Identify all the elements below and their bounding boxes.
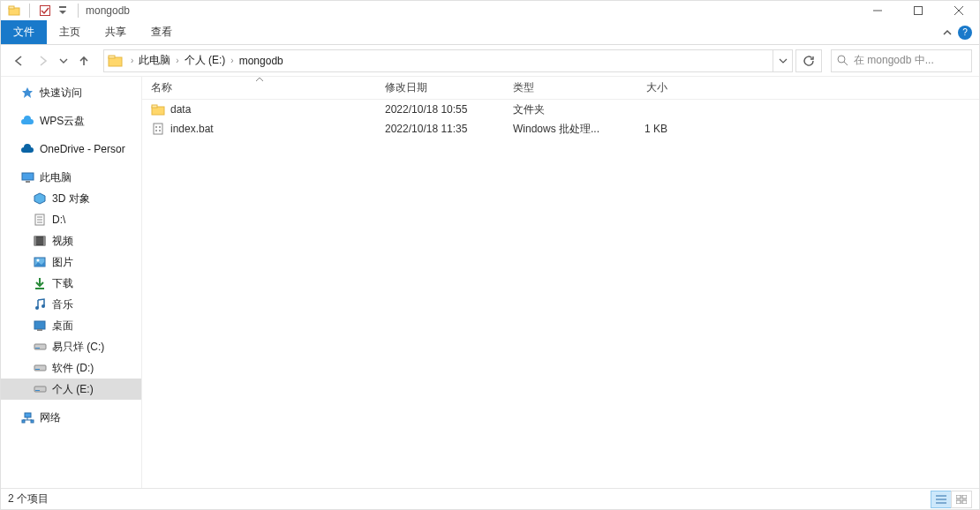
breadcrumb[interactable]: mongodb — [237, 55, 285, 67]
table-row[interactable]: index.bat 2022/10/18 11:35 Windows 批处理..… — [142, 119, 979, 139]
svg-point-44 — [155, 130, 157, 131]
search-input[interactable]: 在 mongodb 中... — [831, 49, 972, 72]
sidebar-item-label: WPS云盘 — [40, 114, 85, 129]
ribbon-tabs: 文件 主页 共享 查看 ? — [1, 20, 979, 45]
view-mode-switcher — [931, 491, 972, 508]
tab-share[interactable]: 共享 — [93, 20, 139, 44]
chevron-right-icon[interactable]: › — [227, 56, 237, 65]
sidebar-item-quick-access[interactable]: 快速访问 — [1, 82, 141, 103]
sidebar-item-network[interactable]: 网络 — [1, 407, 141, 428]
sidebar-item-label: 此电脑 — [40, 170, 72, 185]
file-list-pane: 名称 修改日期 类型 大小 data 2022/10/18 10:55 文件夹 … — [142, 77, 979, 488]
sidebar-item-3d-objects[interactable]: 3D 对象 — [1, 188, 141, 209]
svg-line-11 — [844, 62, 848, 65]
address-dropdown-icon[interactable] — [773, 50, 792, 71]
nav-recent-dropdown[interactable] — [57, 50, 70, 71]
file-modified: 2022/10/18 10:55 — [385, 103, 467, 116]
svg-rect-52 — [962, 500, 967, 504]
sidebar-item-d-drive[interactable]: D:\ — [1, 209, 141, 230]
svg-rect-1 — [9, 6, 14, 9]
sidebar-item-c-drive[interactable]: 易只烊 (C:) — [1, 336, 141, 357]
document-icon — [33, 213, 47, 227]
sidebar-item-downloads[interactable]: 下载 — [1, 273, 141, 294]
sidebar-item-d-software-drive[interactable]: 软件 (D:) — [1, 357, 141, 379]
folder-icon — [108, 53, 124, 69]
sidebar-item-label: 个人 (E:) — [52, 382, 94, 397]
sidebar-item-e-drive[interactable]: 个人 (E:) — [1, 379, 141, 400]
network-icon — [20, 410, 34, 424]
svg-point-45 — [159, 130, 161, 131]
file-modified: 2022/10/18 11:35 — [385, 123, 467, 135]
svg-point-42 — [155, 126, 157, 128]
download-icon — [33, 276, 47, 290]
tab-file-label: 文件 — [13, 25, 34, 40]
sidebar-item-videos[interactable]: 视频 — [1, 230, 141, 251]
refresh-button[interactable] — [795, 49, 822, 72]
file-name: data — [170, 103, 191, 116]
minimize-button[interactable] — [857, 1, 898, 20]
icons-view-button[interactable] — [951, 491, 972, 508]
help-button[interactable]: ? — [958, 26, 972, 40]
details-view-button[interactable] — [931, 491, 952, 508]
column-modified[interactable]: 修改日期 — [376, 77, 504, 99]
svg-rect-20 — [43, 236, 45, 245]
close-button[interactable] — [939, 1, 979, 20]
svg-point-25 — [41, 304, 45, 308]
sidebar-item-wps[interactable]: WPS云盘 — [1, 110, 141, 131]
svg-rect-12 — [22, 173, 34, 180]
column-headers[interactable]: 名称 修改日期 类型 大小 — [142, 77, 979, 100]
qat-dropdown-icon[interactable] — [55, 3, 71, 19]
nav-back-button[interactable] — [8, 50, 29, 71]
maximize-button[interactable] — [898, 1, 939, 20]
svg-rect-37 — [22, 420, 25, 423]
checked-box-icon[interactable] — [37, 3, 53, 19]
file-rows: data 2022/10/18 10:55 文件夹 index.bat 2022… — [142, 100, 979, 139]
table-row[interactable]: data 2022/10/18 10:55 文件夹 — [142, 100, 979, 119]
svg-rect-3 — [59, 6, 66, 8]
music-icon — [33, 297, 47, 311]
sidebar-item-label: OneDrive - Persor — [40, 143, 125, 155]
sidebar-item-label: 桌面 — [52, 319, 73, 334]
breadcrumb[interactable]: 个人 (E:) — [183, 53, 228, 68]
navigation-pane[interactable]: 快速访问 WPS云盘 OneDrive - Persor 此电脑 3D 对象 D… — [1, 77, 142, 488]
column-type[interactable]: 类型 — [504, 77, 606, 99]
item-count: 2 个项目 — [8, 491, 49, 506]
sidebar-item-pictures[interactable]: 图片 — [1, 251, 141, 273]
sidebar-item-this-pc[interactable]: 此电脑 — [1, 167, 141, 188]
window-controls — [857, 1, 979, 20]
sidebar-item-label: 软件 (D:) — [52, 361, 94, 376]
sidebar-item-label: 网络 — [40, 410, 61, 425]
quick-access-toolbar — [6, 3, 84, 19]
title-bar: mongodb — [1, 1, 979, 20]
ribbon-collapse-icon[interactable] — [942, 27, 953, 38]
svg-point-24 — [35, 306, 39, 310]
chevron-right-icon[interactable]: › — [127, 56, 137, 65]
svg-rect-51 — [956, 500, 961, 504]
tab-home[interactable]: 主页 — [47, 20, 93, 44]
sidebar-item-desktop[interactable]: 桌面 — [1, 315, 141, 336]
file-type: 文件夹 — [513, 102, 545, 117]
svg-rect-33 — [35, 390, 40, 391]
tab-home-label: 主页 — [59, 25, 80, 40]
search-placeholder: 在 mongodb 中... — [854, 53, 934, 68]
svg-rect-26 — [34, 321, 45, 329]
tab-view[interactable]: 查看 — [139, 20, 185, 44]
nav-up-button[interactable] — [73, 50, 94, 71]
file-size: 1 KB — [645, 123, 667, 135]
sidebar-item-music[interactable]: 音乐 — [1, 294, 141, 315]
cube-icon — [33, 191, 47, 206]
column-size[interactable]: 大小 — [606, 77, 676, 99]
divider-icon — [29, 4, 30, 18]
breadcrumb[interactable]: 此电脑 — [137, 53, 172, 68]
tab-file[interactable]: 文件 — [1, 20, 47, 44]
svg-rect-13 — [26, 181, 30, 183]
desktop-icon — [33, 319, 47, 333]
sidebar-item-onedrive[interactable]: OneDrive - Persor — [1, 139, 141, 160]
column-modified-label: 修改日期 — [385, 80, 427, 95]
svg-point-22 — [37, 259, 40, 262]
chevron-right-icon[interactable]: › — [172, 56, 182, 65]
nav-forward-button[interactable] — [33, 50, 54, 71]
address-bar[interactable]: › 此电脑 › 个人 (E:) › mongodb — [103, 49, 793, 72]
column-name[interactable]: 名称 — [142, 77, 376, 99]
batch-file-icon — [151, 122, 165, 136]
